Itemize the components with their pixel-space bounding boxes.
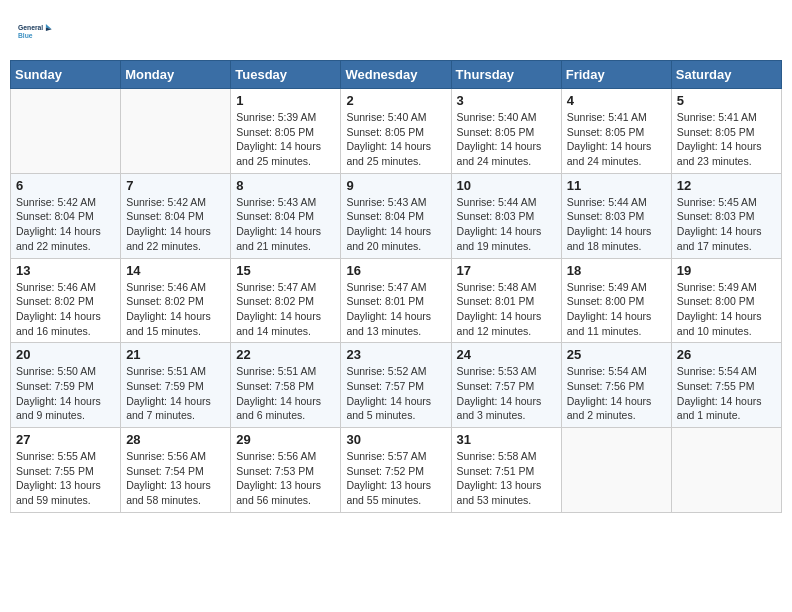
day-info: Sunrise: 5:47 AM Sunset: 8:01 PM Dayligh… — [346, 280, 445, 339]
calendar-cell: 25Sunrise: 5:54 AM Sunset: 7:56 PM Dayli… — [561, 343, 671, 428]
day-info: Sunrise: 5:46 AM Sunset: 8:02 PM Dayligh… — [16, 280, 115, 339]
day-info: Sunrise: 5:42 AM Sunset: 8:04 PM Dayligh… — [126, 195, 225, 254]
day-info: Sunrise: 5:44 AM Sunset: 8:03 PM Dayligh… — [567, 195, 666, 254]
calendar-week-row: 13Sunrise: 5:46 AM Sunset: 8:02 PM Dayli… — [11, 258, 782, 343]
day-number: 16 — [346, 263, 445, 278]
day-number: 24 — [457, 347, 556, 362]
svg-text:General: General — [18, 24, 43, 31]
day-info: Sunrise: 5:42 AM Sunset: 8:04 PM Dayligh… — [16, 195, 115, 254]
day-number: 20 — [16, 347, 115, 362]
calendar-header-row: SundayMondayTuesdayWednesdayThursdayFrid… — [11, 61, 782, 89]
day-info: Sunrise: 5:54 AM Sunset: 7:56 PM Dayligh… — [567, 364, 666, 423]
day-number: 25 — [567, 347, 666, 362]
day-number: 12 — [677, 178, 776, 193]
day-of-week-header: Saturday — [671, 61, 781, 89]
calendar-cell: 31Sunrise: 5:58 AM Sunset: 7:51 PM Dayli… — [451, 428, 561, 513]
calendar-cell: 30Sunrise: 5:57 AM Sunset: 7:52 PM Dayli… — [341, 428, 451, 513]
day-info: Sunrise: 5:49 AM Sunset: 8:00 PM Dayligh… — [567, 280, 666, 339]
page-header: GeneralBlue — [10, 10, 782, 54]
calendar-cell: 4Sunrise: 5:41 AM Sunset: 8:05 PM Daylig… — [561, 89, 671, 174]
day-info: Sunrise: 5:50 AM Sunset: 7:59 PM Dayligh… — [16, 364, 115, 423]
calendar-week-row: 20Sunrise: 5:50 AM Sunset: 7:59 PM Dayli… — [11, 343, 782, 428]
day-number: 1 — [236, 93, 335, 108]
day-info: Sunrise: 5:48 AM Sunset: 8:01 PM Dayligh… — [457, 280, 556, 339]
day-number: 13 — [16, 263, 115, 278]
calendar-cell: 11Sunrise: 5:44 AM Sunset: 8:03 PM Dayli… — [561, 173, 671, 258]
calendar-cell: 16Sunrise: 5:47 AM Sunset: 8:01 PM Dayli… — [341, 258, 451, 343]
calendar-cell: 1Sunrise: 5:39 AM Sunset: 8:05 PM Daylig… — [231, 89, 341, 174]
day-number: 23 — [346, 347, 445, 362]
calendar-cell: 26Sunrise: 5:54 AM Sunset: 7:55 PM Dayli… — [671, 343, 781, 428]
calendar-cell: 6Sunrise: 5:42 AM Sunset: 8:04 PM Daylig… — [11, 173, 121, 258]
svg-text:Blue: Blue — [18, 32, 33, 39]
day-number: 5 — [677, 93, 776, 108]
day-number: 27 — [16, 432, 115, 447]
day-number: 4 — [567, 93, 666, 108]
calendar-cell: 17Sunrise: 5:48 AM Sunset: 8:01 PM Dayli… — [451, 258, 561, 343]
day-number: 17 — [457, 263, 556, 278]
calendar-cell: 7Sunrise: 5:42 AM Sunset: 8:04 PM Daylig… — [121, 173, 231, 258]
day-info: Sunrise: 5:53 AM Sunset: 7:57 PM Dayligh… — [457, 364, 556, 423]
calendar-cell: 8Sunrise: 5:43 AM Sunset: 8:04 PM Daylig… — [231, 173, 341, 258]
day-number: 10 — [457, 178, 556, 193]
day-info: Sunrise: 5:56 AM Sunset: 7:54 PM Dayligh… — [126, 449, 225, 508]
calendar-cell: 10Sunrise: 5:44 AM Sunset: 8:03 PM Dayli… — [451, 173, 561, 258]
calendar-cell: 28Sunrise: 5:56 AM Sunset: 7:54 PM Dayli… — [121, 428, 231, 513]
day-of-week-header: Thursday — [451, 61, 561, 89]
calendar-table: SundayMondayTuesdayWednesdayThursdayFrid… — [10, 60, 782, 513]
day-number: 14 — [126, 263, 225, 278]
day-number: 18 — [567, 263, 666, 278]
day-info: Sunrise: 5:43 AM Sunset: 8:04 PM Dayligh… — [236, 195, 335, 254]
day-number: 11 — [567, 178, 666, 193]
calendar-cell: 29Sunrise: 5:56 AM Sunset: 7:53 PM Dayli… — [231, 428, 341, 513]
day-info: Sunrise: 5:51 AM Sunset: 7:59 PM Dayligh… — [126, 364, 225, 423]
day-number: 6 — [16, 178, 115, 193]
calendar-cell — [671, 428, 781, 513]
day-info: Sunrise: 5:40 AM Sunset: 8:05 PM Dayligh… — [457, 110, 556, 169]
calendar-cell: 3Sunrise: 5:40 AM Sunset: 8:05 PM Daylig… — [451, 89, 561, 174]
day-number: 29 — [236, 432, 335, 447]
day-number: 26 — [677, 347, 776, 362]
day-of-week-header: Friday — [561, 61, 671, 89]
day-number: 31 — [457, 432, 556, 447]
day-info: Sunrise: 5:41 AM Sunset: 8:05 PM Dayligh… — [677, 110, 776, 169]
logo: GeneralBlue — [18, 14, 54, 50]
day-info: Sunrise: 5:40 AM Sunset: 8:05 PM Dayligh… — [346, 110, 445, 169]
day-number: 30 — [346, 432, 445, 447]
day-info: Sunrise: 5:44 AM Sunset: 8:03 PM Dayligh… — [457, 195, 556, 254]
day-number: 9 — [346, 178, 445, 193]
calendar-cell — [561, 428, 671, 513]
day-info: Sunrise: 5:57 AM Sunset: 7:52 PM Dayligh… — [346, 449, 445, 508]
day-info: Sunrise: 5:58 AM Sunset: 7:51 PM Dayligh… — [457, 449, 556, 508]
day-number: 28 — [126, 432, 225, 447]
logo-icon: GeneralBlue — [18, 14, 54, 50]
day-number: 2 — [346, 93, 445, 108]
day-number: 19 — [677, 263, 776, 278]
calendar-cell — [121, 89, 231, 174]
day-info: Sunrise: 5:41 AM Sunset: 8:05 PM Dayligh… — [567, 110, 666, 169]
day-info: Sunrise: 5:51 AM Sunset: 7:58 PM Dayligh… — [236, 364, 335, 423]
day-info: Sunrise: 5:39 AM Sunset: 8:05 PM Dayligh… — [236, 110, 335, 169]
calendar-cell: 19Sunrise: 5:49 AM Sunset: 8:00 PM Dayli… — [671, 258, 781, 343]
calendar-cell: 2Sunrise: 5:40 AM Sunset: 8:05 PM Daylig… — [341, 89, 451, 174]
day-info: Sunrise: 5:54 AM Sunset: 7:55 PM Dayligh… — [677, 364, 776, 423]
calendar-cell: 18Sunrise: 5:49 AM Sunset: 8:00 PM Dayli… — [561, 258, 671, 343]
day-of-week-header: Wednesday — [341, 61, 451, 89]
calendar-week-row: 6Sunrise: 5:42 AM Sunset: 8:04 PM Daylig… — [11, 173, 782, 258]
day-number: 21 — [126, 347, 225, 362]
day-info: Sunrise: 5:47 AM Sunset: 8:02 PM Dayligh… — [236, 280, 335, 339]
day-info: Sunrise: 5:46 AM Sunset: 8:02 PM Dayligh… — [126, 280, 225, 339]
day-number: 3 — [457, 93, 556, 108]
calendar-cell: 12Sunrise: 5:45 AM Sunset: 8:03 PM Dayli… — [671, 173, 781, 258]
calendar-cell: 21Sunrise: 5:51 AM Sunset: 7:59 PM Dayli… — [121, 343, 231, 428]
day-number: 15 — [236, 263, 335, 278]
day-info: Sunrise: 5:49 AM Sunset: 8:00 PM Dayligh… — [677, 280, 776, 339]
day-info: Sunrise: 5:45 AM Sunset: 8:03 PM Dayligh… — [677, 195, 776, 254]
calendar-cell — [11, 89, 121, 174]
calendar-cell: 20Sunrise: 5:50 AM Sunset: 7:59 PM Dayli… — [11, 343, 121, 428]
calendar-cell: 27Sunrise: 5:55 AM Sunset: 7:55 PM Dayli… — [11, 428, 121, 513]
day-number: 8 — [236, 178, 335, 193]
calendar-cell: 22Sunrise: 5:51 AM Sunset: 7:58 PM Dayli… — [231, 343, 341, 428]
day-of-week-header: Monday — [121, 61, 231, 89]
day-of-week-header: Tuesday — [231, 61, 341, 89]
